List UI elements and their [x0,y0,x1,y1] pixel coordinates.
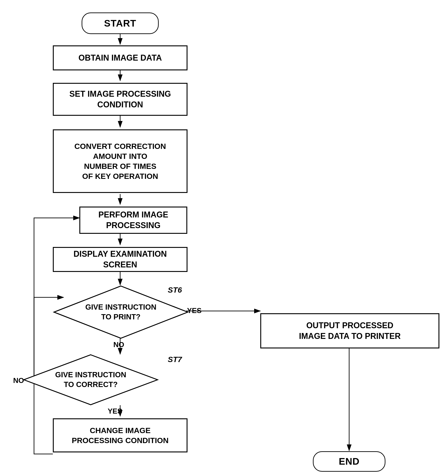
st3-process: CONVERT CORRECTION AMOUNT INTO NUMBER OF… [53,129,188,193]
st7-no-label: NO [13,376,24,385]
st9-process: OUTPUT PROCESSED IMAGE DATA TO PRINTER [260,313,439,348]
end-label: END [339,456,360,467]
st7-decision: GIVE INSTRUCTIONTO CORRECT? [23,354,159,406]
st1-process: OBTAIN IMAGE DATA [53,45,188,70]
st5-process: DISPLAY EXAMINATION SCREEN [53,247,188,272]
st2-process: SET IMAGE PROCESSING CONDITION [53,83,188,116]
start-terminal: START [82,12,159,34]
st6-yes-label: YES [187,306,202,315]
flowchart: START ST1 OBTAIN IMAGE DATA ST2 SET IMAG… [0,0,448,476]
end-terminal: END [313,451,385,472]
st4-process: PERFORM IMAGE PROCESSING [79,207,187,234]
st6-decision: GIVE INSTRUCTIONTO PRINT? [53,285,189,339]
start-label: START [104,18,136,29]
st8-process: CHANGE IMAGE PROCESSING CONDITION [53,418,188,452]
st6-no-label: NO [113,340,124,349]
st7-label: ST7 [168,355,182,364]
st7-yes-label: YES [108,407,122,415]
